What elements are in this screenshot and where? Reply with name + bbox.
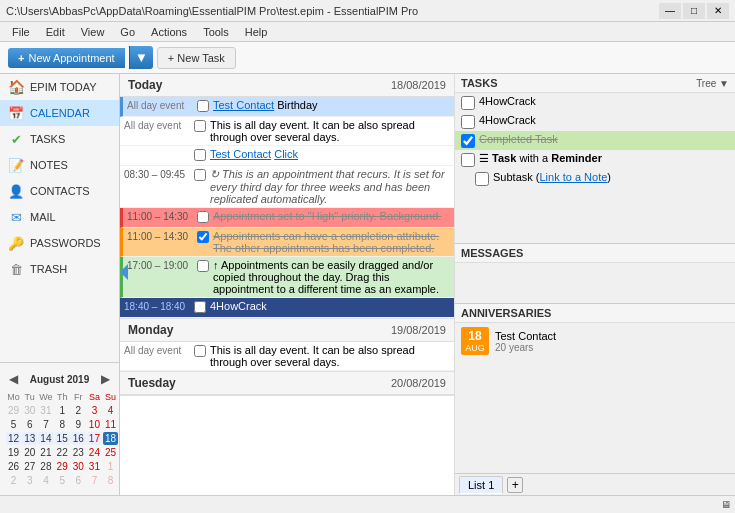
- task-item[interactable]: 4HowCrack: [455, 93, 735, 112]
- task-checkbox[interactable]: [461, 153, 475, 167]
- cal-day[interactable]: 29: [6, 404, 21, 417]
- new-task-button[interactable]: + New Task: [157, 47, 236, 69]
- sidebar-item-passwords[interactable]: 🔑 PASSWORDS: [0, 230, 119, 256]
- cal-day[interactable]: 20: [22, 446, 37, 459]
- cal-today[interactable]: 18: [103, 432, 118, 445]
- event-checkbox[interactable]: [194, 168, 210, 183]
- cal-day[interactable]: 7: [38, 418, 53, 431]
- task-checkbox[interactable]: [461, 96, 475, 110]
- cal-day[interactable]: 7: [87, 474, 102, 487]
- task-checkbox[interactable]: [461, 115, 475, 129]
- right-panels: TASKS Tree ▼ 4HowCrack 4HowCrack: [455, 74, 735, 495]
- tab-add-button[interactable]: +: [507, 477, 523, 493]
- cal-day[interactable]: 23: [71, 446, 86, 459]
- menu-go[interactable]: Go: [112, 24, 143, 40]
- sidebar-label-contacts: CONTACTS: [30, 185, 90, 197]
- cal-day[interactable]: 14: [38, 432, 53, 445]
- event-link2[interactable]: Click: [274, 148, 298, 160]
- cal-day[interactable]: 11: [103, 418, 118, 431]
- cal-day[interactable]: 31: [87, 460, 102, 473]
- cal-day[interactable]: 5: [6, 418, 21, 431]
- cal-day[interactable]: 19: [6, 446, 21, 459]
- task-link[interactable]: Link to a Note: [539, 171, 607, 183]
- cal-day[interactable]: 5: [55, 474, 70, 487]
- cal-day[interactable]: 12: [6, 432, 21, 445]
- maximize-button[interactable]: □: [683, 3, 705, 19]
- sidebar-item-epim-today[interactable]: 🏠 EPIM TODAY: [0, 74, 119, 100]
- cal-day[interactable]: 8: [103, 474, 118, 487]
- minimize-button[interactable]: —: [659, 3, 681, 19]
- cal-day[interactable]: 30: [71, 460, 86, 473]
- event-checkbox[interactable]: [194, 344, 210, 359]
- cal-day[interactable]: 13: [22, 432, 37, 445]
- cal-day[interactable]: 29: [55, 460, 70, 473]
- cal-day[interactable]: 4: [103, 404, 118, 417]
- sidebar-item-notes[interactable]: 📝 NOTES: [0, 152, 119, 178]
- event-link[interactable]: Test Contact: [213, 99, 274, 111]
- menu-view[interactable]: View: [73, 24, 113, 40]
- cal-prev-button[interactable]: ◀: [6, 371, 21, 387]
- task-item[interactable]: Subtask (Link to a Note): [455, 169, 735, 188]
- event-checkbox[interactable]: [197, 259, 213, 274]
- cal-day[interactable]: 27: [22, 460, 37, 473]
- close-button[interactable]: ✕: [707, 3, 729, 19]
- task-item[interactable]: 4HowCrack: [455, 112, 735, 131]
- event-link[interactable]: Test Contact: [210, 148, 271, 160]
- task-checkbox[interactable]: [475, 172, 489, 186]
- new-appointment-dropdown-button[interactable]: ▼: [129, 46, 153, 69]
- sidebar-item-contacts[interactable]: 👤 CONTACTS: [0, 178, 119, 204]
- event-checkbox[interactable]: [194, 148, 210, 163]
- event-row: All day event Test Contact Birthday: [120, 97, 454, 117]
- cal-day[interactable]: 25: [103, 446, 118, 459]
- sidebar-item-tasks[interactable]: ✔ TASKS: [0, 126, 119, 152]
- cal-day[interactable]: 4: [38, 474, 53, 487]
- cal-day[interactable]: 30: [22, 404, 37, 417]
- calendar-view[interactable]: Today 18/08/2019 All day event Test Cont…: [120, 74, 455, 495]
- menu-help[interactable]: Help: [237, 24, 276, 40]
- task-item[interactable]: ☰ Task with a Reminder: [455, 150, 735, 169]
- cal-next-button[interactable]: ▶: [98, 371, 113, 387]
- cal-day[interactable]: 10: [87, 418, 102, 431]
- cal-day[interactable]: 2: [6, 474, 21, 487]
- task-item[interactable]: Completed Task: [455, 131, 735, 150]
- task-checkbox[interactable]: [461, 134, 475, 148]
- cal-day[interactable]: 16: [71, 432, 86, 445]
- cal-day[interactable]: 15: [55, 432, 70, 445]
- cal-day[interactable]: 6: [71, 474, 86, 487]
- cal-day[interactable]: 17: [87, 432, 102, 445]
- event-checkbox[interactable]: [197, 230, 213, 245]
- menu-edit[interactable]: Edit: [38, 24, 73, 40]
- sidebar-item-calendar[interactable]: 📅 CALENDAR: [0, 100, 119, 126]
- sidebar-item-mail[interactable]: ✉ MAIL: [0, 204, 119, 230]
- cal-day[interactable]: 21: [38, 446, 53, 459]
- event-checkbox[interactable]: [194, 119, 210, 134]
- cal-day[interactable]: 22: [55, 446, 70, 459]
- cal-day[interactable]: 1: [103, 460, 118, 473]
- cal-day[interactable]: 3: [22, 474, 37, 487]
- tasks-tree-button[interactable]: Tree ▼: [696, 78, 729, 89]
- cal-day[interactable]: 28: [38, 460, 53, 473]
- anniversaries-panel: ANNIVERSARIES 18 AUG Test Contact 20 yea…: [455, 304, 735, 473]
- cal-day[interactable]: 24: [87, 446, 102, 459]
- cal-day[interactable]: 9: [71, 418, 86, 431]
- cal-day[interactable]: 1: [55, 404, 70, 417]
- menubar: File Edit View Go Actions Tools Help: [0, 22, 735, 42]
- cal-day[interactable]: 6: [22, 418, 37, 431]
- tab-list1[interactable]: List 1: [459, 476, 503, 494]
- tasks-panel-title: TASKS: [461, 77, 497, 89]
- event-time: All day event: [124, 119, 194, 131]
- menu-tools[interactable]: Tools: [195, 24, 237, 40]
- cal-day[interactable]: 3: [87, 404, 102, 417]
- sidebar-item-trash[interactable]: 🗑 TRASH: [0, 256, 119, 282]
- cal-day[interactable]: 2: [71, 404, 86, 417]
- event-checkbox[interactable]: [197, 210, 213, 225]
- new-appointment-button[interactable]: + New Appointment: [8, 48, 125, 68]
- menu-actions[interactable]: Actions: [143, 24, 195, 40]
- menu-file[interactable]: File: [4, 24, 38, 40]
- event-checkbox[interactable]: [194, 300, 210, 315]
- today-header: Today 18/08/2019: [120, 74, 454, 97]
- event-checkbox[interactable]: [197, 99, 213, 114]
- cal-day[interactable]: 26: [6, 460, 21, 473]
- cal-day[interactable]: 31: [38, 404, 53, 417]
- cal-day[interactable]: 8: [55, 418, 70, 431]
